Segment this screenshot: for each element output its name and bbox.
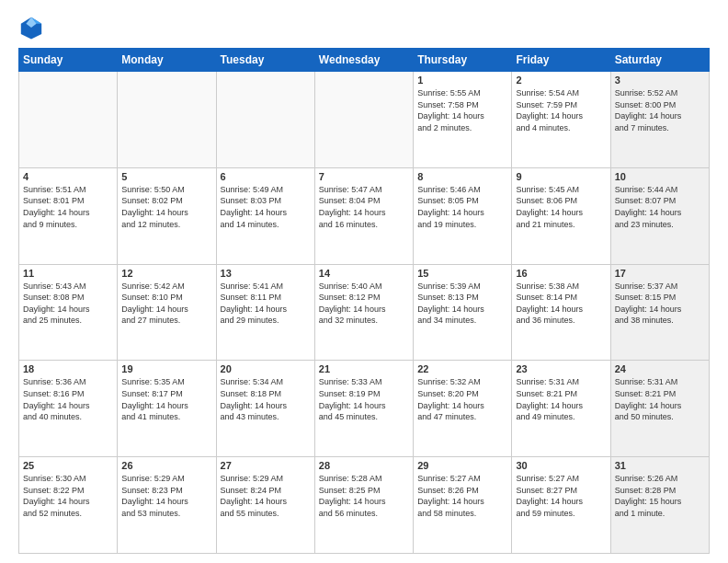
cell-content: Sunrise: 5:38 AM Sunset: 8:14 PM Dayligh… <box>516 281 606 327</box>
day-number: 22 <box>417 363 507 374</box>
cell-content: Sunrise: 5:43 AM Sunset: 8:08 PM Dayligh… <box>23 281 113 327</box>
header <box>18 15 710 40</box>
calendar-cell <box>216 72 314 168</box>
calendar-cell: 15Sunrise: 5:39 AM Sunset: 8:13 PM Dayli… <box>414 264 512 361</box>
day-number: 4 <box>23 171 113 182</box>
cell-content: Sunrise: 5:50 AM Sunset: 8:02 PM Dayligh… <box>121 184 211 230</box>
cell-content: Sunrise: 5:39 AM Sunset: 8:13 PM Dayligh… <box>417 281 507 327</box>
day-number: 6 <box>221 171 311 182</box>
calendar-cell: 24Sunrise: 5:31 AM Sunset: 8:21 PM Dayli… <box>610 361 709 457</box>
calendar-cell <box>314 72 413 168</box>
cell-content: Sunrise: 5:35 AM Sunset: 8:17 PM Dayligh… <box>121 376 211 422</box>
day-number: 14 <box>319 268 409 279</box>
day-number: 5 <box>121 171 211 182</box>
weekday-header-friday: Friday <box>512 49 610 72</box>
calendar-cell: 10Sunrise: 5:44 AM Sunset: 8:07 PM Dayli… <box>610 167 709 264</box>
cell-content: Sunrise: 5:45 AM Sunset: 8:06 PM Dayligh… <box>516 184 606 230</box>
day-number: 1 <box>417 75 507 86</box>
day-number: 24 <box>615 363 705 374</box>
calendar-cell: 27Sunrise: 5:29 AM Sunset: 8:24 PM Dayli… <box>216 457 314 554</box>
day-number: 29 <box>417 460 507 471</box>
cell-content: Sunrise: 5:30 AM Sunset: 8:22 PM Dayligh… <box>23 473 113 519</box>
cell-content: Sunrise: 5:55 AM Sunset: 7:58 PM Dayligh… <box>417 87 507 133</box>
day-number: 3 <box>615 75 705 86</box>
calendar-cell: 3Sunrise: 5:52 AM Sunset: 8:00 PM Daylig… <box>610 72 709 168</box>
calendar-cell: 26Sunrise: 5:29 AM Sunset: 8:23 PM Dayli… <box>118 457 216 554</box>
calendar-cell: 17Sunrise: 5:37 AM Sunset: 8:15 PM Dayli… <box>610 264 709 361</box>
cell-content: Sunrise: 5:32 AM Sunset: 8:20 PM Dayligh… <box>417 376 507 422</box>
calendar-cell: 12Sunrise: 5:42 AM Sunset: 8:10 PM Dayli… <box>118 264 216 361</box>
cell-content: Sunrise: 5:46 AM Sunset: 8:05 PM Dayligh… <box>417 184 507 230</box>
calendar-table: SundayMondayTuesdayWednesdayThursdayFrid… <box>18 48 710 554</box>
logo <box>18 15 48 40</box>
calendar-cell: 21Sunrise: 5:33 AM Sunset: 8:19 PM Dayli… <box>314 361 413 457</box>
cell-content: Sunrise: 5:33 AM Sunset: 8:19 PM Dayligh… <box>319 376 409 422</box>
day-number: 9 <box>516 171 606 182</box>
cell-content: Sunrise: 5:31 AM Sunset: 8:21 PM Dayligh… <box>615 376 705 422</box>
day-number: 13 <box>221 268 311 279</box>
calendar-cell: 8Sunrise: 5:46 AM Sunset: 8:05 PM Daylig… <box>414 167 512 264</box>
calendar-cell: 7Sunrise: 5:47 AM Sunset: 8:04 PM Daylig… <box>314 167 413 264</box>
calendar-cell: 6Sunrise: 5:49 AM Sunset: 8:03 PM Daylig… <box>216 167 314 264</box>
cell-content: Sunrise: 5:34 AM Sunset: 8:18 PM Dayligh… <box>221 376 311 422</box>
calendar-cell: 25Sunrise: 5:30 AM Sunset: 8:22 PM Dayli… <box>19 457 118 554</box>
calendar-cell: 30Sunrise: 5:27 AM Sunset: 8:27 PM Dayli… <box>512 457 610 554</box>
calendar-cell: 13Sunrise: 5:41 AM Sunset: 8:11 PM Dayli… <box>216 264 314 361</box>
cell-content: Sunrise: 5:31 AM Sunset: 8:21 PM Dayligh… <box>516 376 606 422</box>
weekday-header-sunday: Sunday <box>19 49 118 72</box>
day-number: 25 <box>23 460 113 471</box>
day-number: 23 <box>516 363 606 374</box>
weekday-header-thursday: Thursday <box>414 49 512 72</box>
day-number: 30 <box>516 460 606 471</box>
day-number: 8 <box>417 171 507 182</box>
cell-content: Sunrise: 5:28 AM Sunset: 8:25 PM Dayligh… <box>319 473 409 519</box>
day-number: 28 <box>319 460 409 471</box>
calendar-cell: 1Sunrise: 5:55 AM Sunset: 7:58 PM Daylig… <box>414 72 512 168</box>
calendar-cell: 2Sunrise: 5:54 AM Sunset: 7:59 PM Daylig… <box>512 72 610 168</box>
calendar-cell: 31Sunrise: 5:26 AM Sunset: 8:28 PM Dayli… <box>610 457 709 554</box>
calendar-cell <box>118 72 216 168</box>
day-number: 12 <box>121 268 211 279</box>
day-number: 15 <box>417 268 507 279</box>
calendar-cell: 16Sunrise: 5:38 AM Sunset: 8:14 PM Dayli… <box>512 264 610 361</box>
cell-content: Sunrise: 5:51 AM Sunset: 8:01 PM Dayligh… <box>23 184 113 230</box>
calendar-cell: 22Sunrise: 5:32 AM Sunset: 8:20 PM Dayli… <box>414 361 512 457</box>
cell-content: Sunrise: 5:29 AM Sunset: 8:23 PM Dayligh… <box>121 473 211 519</box>
day-number: 17 <box>615 268 705 279</box>
weekday-row: SundayMondayTuesdayWednesdayThursdayFrid… <box>19 49 710 72</box>
cell-content: Sunrise: 5:52 AM Sunset: 8:00 PM Dayligh… <box>615 87 705 133</box>
day-number: 11 <box>23 268 113 279</box>
day-number: 2 <box>516 75 606 86</box>
day-number: 31 <box>615 460 705 471</box>
calendar-cell: 4Sunrise: 5:51 AM Sunset: 8:01 PM Daylig… <box>19 167 118 264</box>
cell-content: Sunrise: 5:54 AM Sunset: 7:59 PM Dayligh… <box>516 87 606 133</box>
calendar-row-0: 1Sunrise: 5:55 AM Sunset: 7:58 PM Daylig… <box>19 72 710 168</box>
day-number: 20 <box>221 363 311 374</box>
cell-content: Sunrise: 5:37 AM Sunset: 8:15 PM Dayligh… <box>615 281 705 327</box>
day-number: 26 <box>121 460 211 471</box>
weekday-header-tuesday: Tuesday <box>216 49 314 72</box>
cell-content: Sunrise: 5:47 AM Sunset: 8:04 PM Dayligh… <box>319 184 409 230</box>
calendar-cell: 9Sunrise: 5:45 AM Sunset: 8:06 PM Daylig… <box>512 167 610 264</box>
calendar-cell: 5Sunrise: 5:50 AM Sunset: 8:02 PM Daylig… <box>118 167 216 264</box>
day-number: 19 <box>121 363 211 374</box>
logo-icon <box>18 15 44 40</box>
day-number: 16 <box>516 268 606 279</box>
page: SundayMondayTuesdayWednesdayThursdayFrid… <box>0 0 728 563</box>
cell-content: Sunrise: 5:44 AM Sunset: 8:07 PM Dayligh… <box>615 184 705 230</box>
cell-content: Sunrise: 5:36 AM Sunset: 8:16 PM Dayligh… <box>23 376 113 422</box>
calendar-cell: 29Sunrise: 5:27 AM Sunset: 8:26 PM Dayli… <box>414 457 512 554</box>
calendar-row-2: 11Sunrise: 5:43 AM Sunset: 8:08 PM Dayli… <box>19 264 710 361</box>
weekday-header-wednesday: Wednesday <box>314 49 413 72</box>
cell-content: Sunrise: 5:49 AM Sunset: 8:03 PM Dayligh… <box>221 184 311 230</box>
day-number: 27 <box>221 460 311 471</box>
calendar-header: SundayMondayTuesdayWednesdayThursdayFrid… <box>19 49 710 72</box>
cell-content: Sunrise: 5:29 AM Sunset: 8:24 PM Dayligh… <box>221 473 311 519</box>
calendar-row-3: 18Sunrise: 5:36 AM Sunset: 8:16 PM Dayli… <box>19 361 710 457</box>
cell-content: Sunrise: 5:41 AM Sunset: 8:11 PM Dayligh… <box>221 281 311 327</box>
cell-content: Sunrise: 5:26 AM Sunset: 8:28 PM Dayligh… <box>615 473 705 519</box>
calendar-cell: 28Sunrise: 5:28 AM Sunset: 8:25 PM Dayli… <box>314 457 413 554</box>
day-number: 7 <box>319 171 409 182</box>
cell-content: Sunrise: 5:40 AM Sunset: 8:12 PM Dayligh… <box>319 281 409 327</box>
calendar-body: 1Sunrise: 5:55 AM Sunset: 7:58 PM Daylig… <box>19 72 710 554</box>
